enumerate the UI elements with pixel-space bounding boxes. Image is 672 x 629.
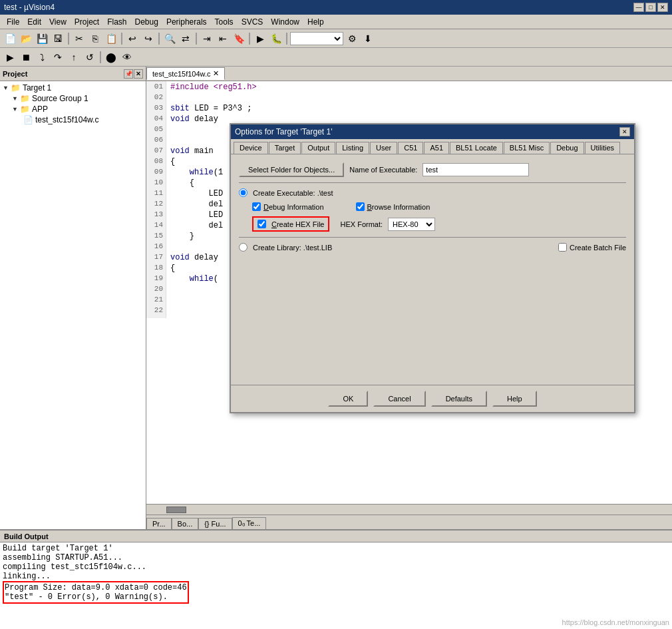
menu-debug[interactable]: Debug — [131, 16, 162, 28]
create-executable-radio[interactable] — [239, 188, 248, 197]
stop-btn[interactable]: ⏹ — [19, 50, 33, 65]
menu-view[interactable]: View — [45, 16, 71, 28]
cancel-button[interactable]: Cancel — [373, 391, 425, 407]
create-batch-checkbox[interactable] — [558, 243, 567, 252]
help-button[interactable]: Help — [492, 391, 537, 407]
code-line-02 — [170, 93, 668, 104]
outdent-btn[interactable]: ⇤ — [216, 31, 230, 46]
minimize-button[interactable]: — — [633, 3, 644, 12]
bookmark-btn[interactable]: 🔖 — [232, 31, 246, 46]
ln-04: 04 — [149, 114, 163, 125]
title-bar: test - µVision4 — □ ✕ — [0, 0, 672, 15]
breakpoint-btn[interactable]: ⬤ — [104, 50, 118, 65]
editor-tab-close[interactable]: ✕ — [213, 69, 219, 78]
tab-project[interactable]: Pr... — [146, 518, 172, 529]
ln-10: 10 — [149, 178, 163, 189]
build-btn[interactable]: ▶ — [253, 31, 267, 46]
sep5 — [249, 33, 250, 45]
debug-btn[interactable]: 🐛 — [269, 31, 283, 46]
modal-tab-bl51-locate[interactable]: BL51 Locate — [450, 142, 503, 154]
modal-tab-listing[interactable]: Listing — [336, 142, 369, 154]
scrollbar-thumb[interactable] — [166, 507, 186, 513]
copy-btn[interactable]: ⎘ — [88, 31, 102, 46]
tree-item-target1[interactable]: ▼ 📁 Target 1 — [1, 83, 144, 93]
menu-flash[interactable]: Flash — [103, 16, 130, 28]
build-output-content[interactable]: Build target 'Target 1' assembling START… — [0, 542, 672, 629]
menu-edit[interactable]: Edit — [23, 16, 45, 28]
menu-file[interactable]: File — [3, 16, 23, 28]
redo-btn[interactable]: ↪ — [141, 31, 156, 46]
hex-format-label: HEX Format: — [340, 220, 383, 228]
modal-tab-output[interactable]: Output — [301, 142, 335, 154]
select-folder-btn[interactable]: Select Folder for Objects... — [239, 162, 344, 177]
editor-scrollbar[interactable] — [146, 504, 672, 515]
menu-peripherals[interactable]: Peripherals — [162, 16, 211, 28]
ln-14: 14 — [149, 221, 163, 232]
target-options-btn[interactable]: ⚙ — [345, 31, 359, 46]
new-file-btn[interactable]: 📄 — [3, 31, 17, 46]
tab-templates[interactable]: 0₀ Te... — [232, 517, 267, 529]
sep4 — [196, 33, 197, 45]
modal-tab-a51[interactable]: A51 — [424, 142, 449, 154]
undo-btn[interactable]: ↩ — [125, 31, 140, 46]
step-btn[interactable]: ⤵ — [35, 50, 49, 65]
reset-btn[interactable]: ↺ — [83, 50, 97, 65]
step-over-btn[interactable]: ↷ — [51, 50, 65, 65]
create-hex-checkbox[interactable] — [257, 220, 266, 228]
debug-info-group: Debug Information — [252, 202, 324, 211]
panel-header-buttons: 📌 ✕ — [124, 69, 143, 79]
modal-tab-c51[interactable]: C51 — [398, 142, 423, 154]
save-btn[interactable]: 💾 — [35, 31, 49, 46]
menu-help[interactable]: Help — [303, 16, 328, 28]
load-btn[interactable]: ⬇ — [361, 31, 375, 46]
menu-window[interactable]: Window — [267, 16, 303, 28]
ln-19: 19 — [149, 274, 163, 285]
step-out-btn[interactable]: ↑ — [67, 50, 81, 65]
menu-tools[interactable]: Tools — [211, 16, 238, 28]
run-btn[interactable]: ▶ — [3, 50, 17, 65]
editor-tab-label: test_stc15f104w.c — [152, 70, 210, 78]
maximize-button[interactable]: □ — [645, 3, 656, 12]
editor-tab-main[interactable]: test_stc15f104w.c ✕ — [146, 67, 225, 80]
tree-item-source-group[interactable]: ▼ 📁 Source Group 1 — [11, 93, 144, 104]
browse-info-checkbox[interactable] — [356, 202, 365, 211]
debug-info-checkbox[interactable] — [252, 202, 261, 211]
cut-btn[interactable]: ✂ — [72, 31, 86, 46]
target-dropdown[interactable]: Target 1 — [290, 32, 343, 45]
modal-tab-utilities[interactable]: Utilities — [585, 142, 620, 154]
ln-16: 16 — [149, 242, 163, 253]
tree-item-app[interactable]: ▼ 📁 APP — [11, 104, 144, 114]
tree-item-file[interactable]: 📄 test_stc15f104w.c — [20, 114, 144, 125]
modal-tab-target[interactable]: Target — [269, 142, 301, 154]
defaults-button[interactable]: Defaults — [431, 391, 487, 407]
open-btn[interactable]: 📂 — [19, 31, 33, 46]
modal-tab-bl51-misc[interactable]: BL51 Misc — [504, 142, 550, 154]
ln-02: 02 — [149, 93, 163, 104]
executable-name-input[interactable] — [422, 163, 529, 176]
menu-svcs[interactable]: SVCS — [238, 16, 267, 28]
panel-pin-btn[interactable]: 📌 — [124, 69, 133, 79]
tab-functions[interactable]: {} Fu... — [198, 518, 232, 529]
watch-btn[interactable]: 👁 — [120, 50, 134, 65]
hex-format-select[interactable]: HEX-80 HEX-386 — [388, 218, 435, 231]
modal-content: Select Folder for Objects... Name of Exe… — [231, 154, 634, 385]
search-btn[interactable]: 🔍 — [162, 31, 177, 46]
browse-info-group: Browse Information — [356, 202, 430, 211]
modal-tab-user[interactable]: User — [370, 142, 397, 154]
ln-17: 17 — [149, 253, 163, 264]
save-all-btn[interactable]: 🖫 — [51, 31, 65, 46]
create-library-radio[interactable] — [239, 243, 248, 252]
close-button[interactable]: ✕ — [657, 3, 668, 12]
tab-books[interactable]: Bo... — [172, 518, 199, 529]
tree-label-source: Source Group 1 — [32, 94, 88, 103]
ok-button[interactable]: OK — [328, 391, 368, 407]
panel-close-btn[interactable]: ✕ — [134, 69, 143, 79]
menu-project[interactable]: Project — [71, 16, 103, 28]
indent-btn[interactable]: ⇥ — [200, 31, 214, 46]
paste-btn[interactable]: 📋 — [104, 31, 118, 46]
sep6 — [286, 33, 287, 45]
modal-tab-debug[interactable]: Debug — [550, 142, 584, 154]
modal-tab-device[interactable]: Device — [234, 142, 268, 154]
modal-close-btn[interactable]: ✕ — [619, 127, 630, 136]
replace-btn[interactable]: ⇄ — [178, 31, 193, 46]
